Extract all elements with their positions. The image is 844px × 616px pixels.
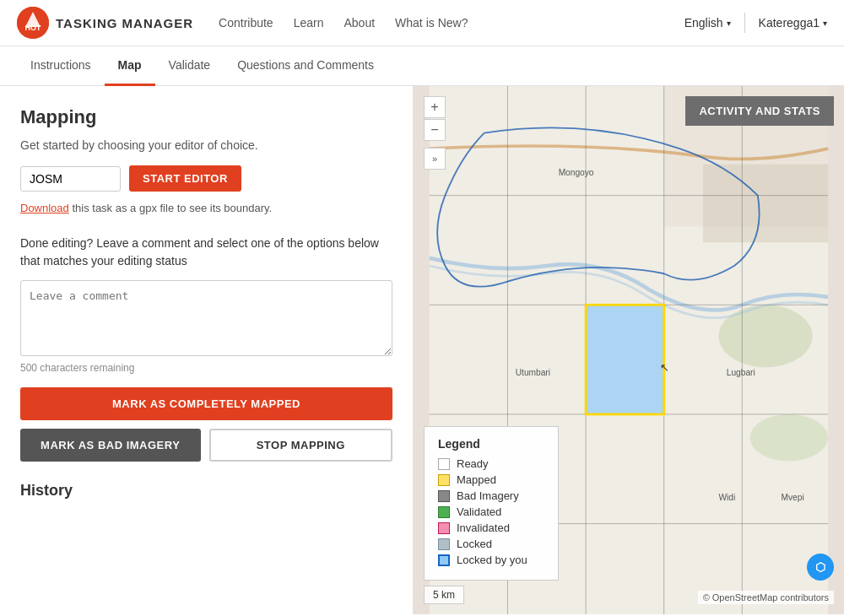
header-nav: Contribute Learn About What is New?: [219, 16, 468, 30]
tab-validate[interactable]: Validate: [155, 46, 225, 86]
editing-note: Done editing? Leave a comment and select…: [20, 235, 392, 270]
legend-item-locked-by-you: Locked by you: [438, 554, 544, 566]
download-text: Download this task as a gpx file to see …: [20, 202, 392, 214]
svg-rect-16: [586, 305, 664, 414]
svg-rect-17: [586, 305, 664, 414]
user-menu[interactable]: Kateregga1 ▾: [759, 16, 827, 30]
map-controls: + − »: [424, 96, 446, 170]
header: HOT TASKING MANAGER Contribute Learn Abo…: [0, 0, 844, 46]
legend-color-ready: [438, 458, 450, 470]
legend-color-locked: [438, 538, 450, 550]
tab-questions-comments[interactable]: Questions and Comments: [224, 46, 387, 86]
logo: HOT TASKING MANAGER: [17, 7, 193, 39]
legend-item-validated: Validated: [438, 505, 544, 518]
expand-map-button[interactable]: »: [424, 148, 446, 170]
chars-remaining: 500 characters remaining: [20, 362, 392, 374]
history-title: History: [20, 482, 392, 500]
header-right: English ▾ Kateregga1 ▾: [684, 13, 827, 33]
legend-item-invalidated: Invalidated: [438, 521, 544, 534]
editor-select[interactable]: JOSM iD Potlatch 2 Field Papers: [20, 166, 121, 192]
action-row: MARK AS BAD IMAGERY STOP MAPPING: [20, 429, 392, 462]
svg-text:Lugbari: Lugbari: [727, 368, 755, 377]
svg-text:HOT: HOT: [25, 24, 42, 32]
divider: [744, 13, 745, 33]
hot-logo-icon: HOT: [17, 7, 49, 39]
nav-what-is-new[interactable]: What is New?: [395, 16, 468, 30]
map-container[interactable]: Yumbe Mongoyo Noko Utumbari Lugbari Widi…: [414, 86, 844, 614]
svg-rect-5: [703, 165, 828, 243]
editor-row: JOSM iD Potlatch 2 Field Papers START ED…: [20, 165, 392, 192]
editor-subtitle: Get started by choosing your editor of c…: [20, 138, 392, 152]
legend-color-validated: [438, 506, 450, 518]
compass-button[interactable]: ⬡: [807, 554, 834, 581]
mark-completely-mapped-button[interactable]: MARK AS COMPLETELY MAPPED: [20, 387, 392, 420]
section-title: Mapping: [20, 106, 392, 128]
tab-instructions[interactable]: Instructions: [17, 46, 105, 86]
legend-title: Legend: [438, 437, 544, 451]
legend-item-ready: Ready: [438, 457, 544, 470]
download-link[interactable]: Download: [20, 202, 69, 214]
svg-text:Widi: Widi: [718, 493, 735, 502]
stop-mapping-button[interactable]: STOP MAPPING: [209, 429, 393, 462]
scale-bar: 5 km: [424, 586, 464, 604]
legend-color-invalidated: [438, 522, 450, 534]
osm-attribution: © OpenStreetMap contributors: [698, 591, 834, 604]
zoom-in-button[interactable]: +: [424, 96, 446, 118]
legend-item-bad-imagery: Bad Imagery: [438, 489, 544, 502]
legend-color-mapped: [438, 474, 450, 486]
activity-stats-button[interactable]: ACTIVITY AND STATS: [685, 96, 834, 126]
tab-map[interactable]: Map: [105, 46, 155, 86]
svg-text:Mongoyo: Mongoyo: [559, 168, 594, 177]
mark-bad-imagery-button[interactable]: MARK AS BAD IMAGERY: [20, 429, 201, 462]
zoom-out-button[interactable]: −: [424, 119, 446, 141]
legend-color-locked-by-you: [438, 554, 450, 566]
main-content: Mapping Get started by choosing your edi…: [0, 86, 844, 614]
chevron-down-icon: ▾: [823, 19, 827, 28]
start-editor-button[interactable]: START EDITOR: [129, 165, 241, 192]
chevron-down-icon: ▾: [727, 19, 731, 28]
nav-contribute[interactable]: Contribute: [219, 16, 273, 30]
header-left: HOT TASKING MANAGER Contribute Learn Abo…: [17, 7, 468, 39]
svg-point-6: [718, 305, 812, 367]
tab-bar: Instructions Map Validate Questions and …: [0, 46, 844, 86]
nav-learn[interactable]: Learn: [294, 16, 324, 30]
legend-color-bad-imagery: [438, 490, 450, 502]
svg-text:↖: ↖: [660, 361, 669, 374]
left-panel: Mapping Get started by choosing your edi…: [0, 86, 414, 614]
comment-textarea[interactable]: [20, 280, 392, 356]
svg-text:Mvepi: Mvepi: [782, 493, 804, 502]
svg-point-7: [750, 414, 829, 462]
language-selector[interactable]: English ▾: [684, 16, 731, 30]
nav-about[interactable]: About: [344, 16, 375, 30]
map-legend: Legend Ready Mapped Bad Imagery Validate…: [424, 426, 559, 581]
legend-item-locked: Locked: [438, 538, 544, 550]
logo-text: TASKING MANAGER: [56, 16, 193, 30]
svg-text:Utumbari: Utumbari: [516, 368, 550, 377]
compass-icon: ⬡: [815, 560, 825, 574]
legend-item-mapped: Mapped: [438, 473, 544, 486]
